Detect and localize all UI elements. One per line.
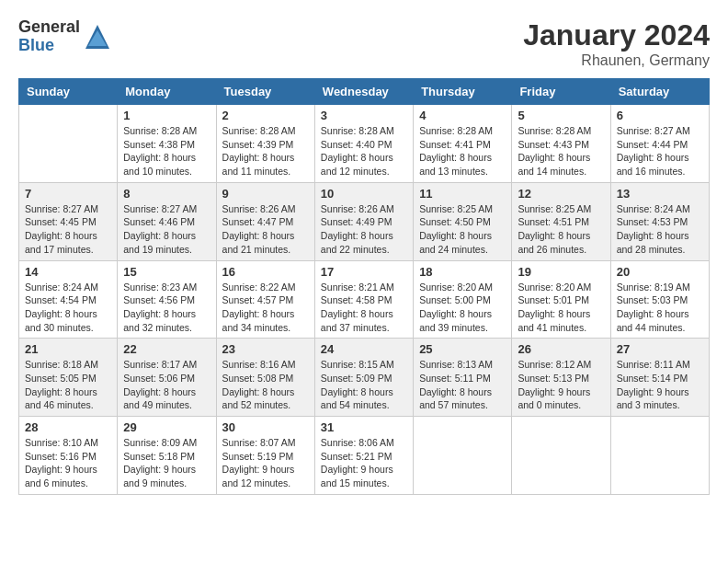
- day-info: Sunrise: 8:27 AMSunset: 4:46 PMDaylight:…: [123, 202, 210, 257]
- day-info: Sunrise: 8:18 AMSunset: 5:05 PMDaylight:…: [25, 358, 111, 412]
- day-number: 24: [321, 342, 407, 356]
- day-number: 17: [321, 265, 407, 279]
- calendar-cell: 29Sunrise: 8:09 AMSunset: 5:18 PMDayligh…: [118, 417, 216, 495]
- day-number: 25: [419, 342, 506, 356]
- day-number: 15: [123, 265, 210, 279]
- weekday-header-sunday: Sunday: [19, 79, 118, 105]
- calendar-week-row: 14Sunrise: 8:24 AMSunset: 4:54 PMDayligh…: [19, 260, 710, 339]
- day-info: Sunrise: 8:20 AMSunset: 5:00 PMDaylight:…: [419, 281, 506, 335]
- day-number: 14: [25, 265, 111, 279]
- day-info: Sunrise: 8:26 AMSunset: 4:47 PMDaylight:…: [222, 202, 309, 257]
- logo-blue-text: Blue: [18, 37, 80, 55]
- day-number: 21: [25, 342, 111, 356]
- calendar-cell: 16Sunrise: 8:22 AMSunset: 4:57 PMDayligh…: [216, 260, 314, 339]
- calendar-table: SundayMondayTuesdayWednesdayThursdayFrid…: [18, 78, 710, 495]
- day-number: 6: [617, 109, 703, 122]
- day-info: Sunrise: 8:06 AMSunset: 5:21 PMDaylight:…: [321, 436, 407, 490]
- day-info: Sunrise: 8:16 AMSunset: 5:08 PMDaylight:…: [222, 358, 309, 412]
- day-info: Sunrise: 8:20 AMSunset: 5:01 PMDaylight:…: [518, 281, 604, 335]
- day-info: Sunrise: 8:25 AMSunset: 4:51 PMDaylight:…: [518, 202, 604, 257]
- calendar-cell: [19, 105, 118, 183]
- day-info: Sunrise: 8:21 AMSunset: 4:58 PMDaylight:…: [321, 281, 407, 335]
- day-number: 16: [222, 265, 309, 279]
- day-number: 4: [419, 109, 506, 122]
- calendar-cell: 31Sunrise: 8:06 AMSunset: 5:21 PMDayligh…: [314, 417, 413, 495]
- title-area: January 2024 Rhaunen, Germany: [523, 18, 710, 69]
- day-info: Sunrise: 8:19 AMSunset: 5:03 PMDaylight:…: [617, 281, 703, 335]
- day-info: Sunrise: 8:28 AMSunset: 4:39 PMDaylight:…: [222, 124, 309, 178]
- calendar-cell: 4Sunrise: 8:28 AMSunset: 4:41 PMDaylight…: [414, 105, 512, 183]
- day-info: Sunrise: 8:15 AMSunset: 5:09 PMDaylight:…: [321, 358, 407, 412]
- calendar-cell: [414, 417, 512, 495]
- calendar-week-row: 21Sunrise: 8:18 AMSunset: 5:05 PMDayligh…: [19, 339, 710, 417]
- day-info: Sunrise: 8:28 AMSunset: 4:38 PMDaylight:…: [123, 124, 210, 178]
- day-info: Sunrise: 8:24 AMSunset: 4:53 PMDaylight:…: [617, 202, 703, 257]
- day-number: 29: [123, 420, 210, 434]
- calendar-cell: 12Sunrise: 8:25 AMSunset: 4:51 PMDayligh…: [512, 182, 610, 260]
- page-header: General Blue January 2024 Rhaunen, Germa…: [18, 18, 710, 69]
- day-info: Sunrise: 8:13 AMSunset: 5:11 PMDaylight:…: [419, 358, 506, 412]
- day-number: 20: [617, 265, 703, 279]
- calendar-cell: 9Sunrise: 8:26 AMSunset: 4:47 PMDaylight…: [216, 182, 314, 260]
- calendar-cell: 6Sunrise: 8:27 AMSunset: 4:44 PMDaylight…: [610, 105, 709, 183]
- day-info: Sunrise: 8:24 AMSunset: 4:54 PMDaylight:…: [25, 281, 111, 335]
- day-info: Sunrise: 8:28 AMSunset: 4:43 PMDaylight:…: [518, 124, 604, 178]
- calendar-week-row: 7Sunrise: 8:27 AMSunset: 4:45 PMDaylight…: [19, 182, 710, 260]
- weekday-header-tuesday: Tuesday: [216, 79, 314, 105]
- day-info: Sunrise: 8:23 AMSunset: 4:56 PMDaylight:…: [123, 281, 210, 335]
- month-year-title: January 2024: [523, 18, 710, 52]
- calendar-cell: 24Sunrise: 8:15 AMSunset: 5:09 PMDayligh…: [314, 339, 413, 417]
- day-info: Sunrise: 8:26 AMSunset: 4:49 PMDaylight:…: [321, 202, 407, 257]
- calendar-cell: 8Sunrise: 8:27 AMSunset: 4:46 PMDaylight…: [118, 182, 216, 260]
- calendar-cell: 2Sunrise: 8:28 AMSunset: 4:39 PMDaylight…: [216, 105, 314, 183]
- day-number: 3: [321, 109, 407, 122]
- day-number: 10: [321, 187, 407, 201]
- day-number: 11: [419, 187, 506, 201]
- calendar-cell: 26Sunrise: 8:12 AMSunset: 5:13 PMDayligh…: [512, 339, 610, 417]
- calendar-cell: 30Sunrise: 8:07 AMSunset: 5:19 PMDayligh…: [216, 417, 314, 495]
- day-info: Sunrise: 8:17 AMSunset: 5:06 PMDaylight:…: [123, 358, 210, 412]
- calendar-cell: [512, 417, 610, 495]
- day-number: 9: [222, 187, 309, 201]
- calendar-cell: 21Sunrise: 8:18 AMSunset: 5:05 PMDayligh…: [19, 339, 118, 417]
- logo-general-text: General: [18, 18, 80, 37]
- location-subtitle: Rhaunen, Germany: [523, 52, 710, 69]
- calendar-cell: [610, 417, 709, 495]
- day-info: Sunrise: 8:22 AMSunset: 4:57 PMDaylight:…: [222, 281, 309, 335]
- day-info: Sunrise: 8:09 AMSunset: 5:18 PMDaylight:…: [123, 436, 210, 490]
- weekday-header-wednesday: Wednesday: [314, 79, 413, 105]
- calendar-cell: 10Sunrise: 8:26 AMSunset: 4:49 PMDayligh…: [314, 182, 413, 260]
- weekday-header-saturday: Saturday: [610, 79, 709, 105]
- day-info: Sunrise: 8:11 AMSunset: 5:14 PMDaylight:…: [617, 358, 703, 412]
- calendar-cell: 22Sunrise: 8:17 AMSunset: 5:06 PMDayligh…: [118, 339, 216, 417]
- day-info: Sunrise: 8:28 AMSunset: 4:40 PMDaylight:…: [321, 124, 407, 178]
- day-number: 18: [419, 265, 506, 279]
- day-info: Sunrise: 8:27 AMSunset: 4:45 PMDaylight:…: [25, 202, 111, 257]
- day-info: Sunrise: 8:27 AMSunset: 4:44 PMDaylight:…: [617, 124, 703, 178]
- calendar-cell: 3Sunrise: 8:28 AMSunset: 4:40 PMDaylight…: [314, 105, 413, 183]
- weekday-header-friday: Friday: [512, 79, 610, 105]
- day-number: 7: [25, 187, 111, 201]
- day-info: Sunrise: 8:28 AMSunset: 4:41 PMDaylight:…: [419, 124, 506, 178]
- calendar-cell: 25Sunrise: 8:13 AMSunset: 5:11 PMDayligh…: [414, 339, 512, 417]
- day-number: 27: [617, 342, 703, 356]
- day-number: 2: [222, 109, 309, 122]
- calendar-cell: 20Sunrise: 8:19 AMSunset: 5:03 PMDayligh…: [610, 260, 709, 339]
- calendar-cell: 5Sunrise: 8:28 AMSunset: 4:43 PMDaylight…: [512, 105, 610, 183]
- calendar-cell: 28Sunrise: 8:10 AMSunset: 5:16 PMDayligh…: [19, 417, 118, 495]
- day-number: 5: [518, 109, 604, 122]
- day-number: 12: [518, 187, 604, 201]
- day-number: 26: [518, 342, 604, 356]
- day-info: Sunrise: 8:12 AMSunset: 5:13 PMDaylight:…: [518, 358, 604, 412]
- calendar-cell: 15Sunrise: 8:23 AMSunset: 4:56 PMDayligh…: [118, 260, 216, 339]
- calendar-cell: 11Sunrise: 8:25 AMSunset: 4:50 PMDayligh…: [414, 182, 512, 260]
- day-info: Sunrise: 8:10 AMSunset: 5:16 PMDaylight:…: [25, 436, 111, 490]
- day-info: Sunrise: 8:07 AMSunset: 5:19 PMDaylight:…: [222, 436, 309, 490]
- day-number: 22: [123, 342, 210, 356]
- calendar-cell: 7Sunrise: 8:27 AMSunset: 4:45 PMDaylight…: [19, 182, 118, 260]
- day-info: Sunrise: 8:25 AMSunset: 4:50 PMDaylight:…: [419, 202, 506, 257]
- day-number: 23: [222, 342, 309, 356]
- calendar-week-row: 1Sunrise: 8:28 AMSunset: 4:38 PMDaylight…: [19, 105, 710, 183]
- calendar-cell: 18Sunrise: 8:20 AMSunset: 5:00 PMDayligh…: [414, 260, 512, 339]
- day-number: 13: [617, 187, 703, 201]
